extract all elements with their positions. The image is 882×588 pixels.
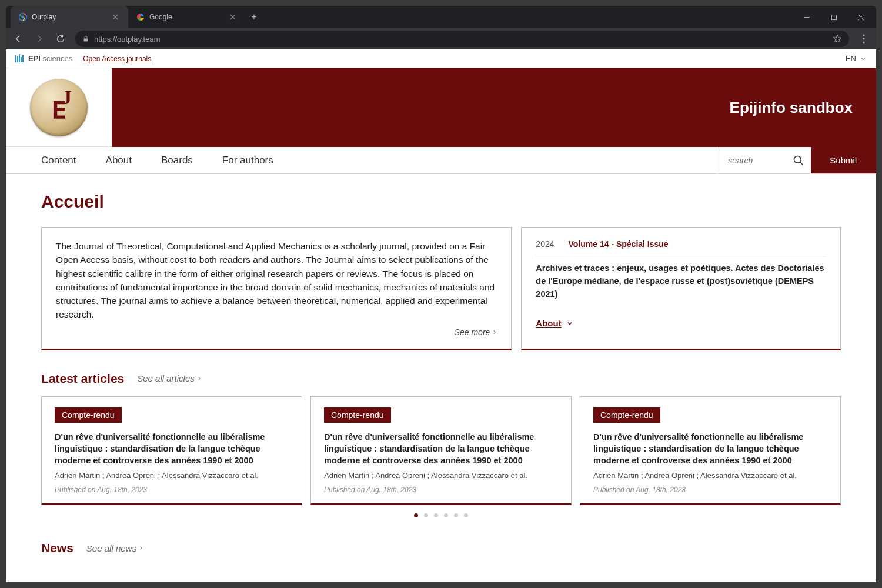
carousel-dot[interactable] xyxy=(444,513,448,517)
article-card[interactable]: Compte-rendu D'un rêve d'universalité fo… xyxy=(580,396,841,506)
tab-title: Google xyxy=(149,13,172,21)
chevron-right-icon xyxy=(139,545,143,551)
browser-tab[interactable]: Google xyxy=(128,6,246,28)
chevron-down-icon xyxy=(566,320,573,327)
episciences-logo[interactable]: EPI sciences xyxy=(15,54,72,64)
search-icon[interactable] xyxy=(793,155,804,166)
svg-rect-11 xyxy=(22,55,24,62)
address-bar[interactable]: https://outplay.team xyxy=(75,31,849,47)
article-date: Published on Aug. 18th, 2023 xyxy=(324,486,558,494)
svg-point-12 xyxy=(794,156,801,163)
article-tag: Compte-rendu xyxy=(55,407,122,423)
url-text: https://outplay.team xyxy=(94,35,828,44)
close-tab-icon[interactable] xyxy=(111,12,120,22)
see-more-link[interactable]: See more xyxy=(56,328,497,337)
article-authors: Adrien Martin ; Andrea Opreni ; Alessand… xyxy=(593,471,827,480)
journal-title: Epijinfo sandbox xyxy=(730,99,853,117)
svg-point-4 xyxy=(863,34,864,36)
carousel-dot[interactable] xyxy=(414,513,418,517)
see-all-news-link[interactable]: See all news xyxy=(86,543,143,553)
journal-description: The Journal of Theoretical, Computationa… xyxy=(56,239,497,322)
nav-about[interactable]: About xyxy=(106,155,132,166)
svg-point-6 xyxy=(863,41,864,43)
close-window-button[interactable] xyxy=(848,8,874,26)
forward-button[interactable] xyxy=(33,32,46,45)
article-card[interactable]: Compte-rendu D'un rêve d'universalité fo… xyxy=(41,396,302,506)
article-tag: Compte-rendu xyxy=(324,407,391,423)
bookmark-star-icon[interactable] xyxy=(833,34,842,44)
carousel-dots xyxy=(41,513,841,517)
article-authors: Adrien Martin ; Andrea Opreni ; Alessand… xyxy=(324,471,558,480)
article-title: D'un rêve d'universalité fonctionnelle a… xyxy=(593,431,827,467)
issue-year: 2024 xyxy=(536,239,554,249)
chrome-favicon-icon xyxy=(19,13,27,21)
article-date: Published on Aug. 18th, 2023 xyxy=(593,486,827,494)
minimize-button[interactable] xyxy=(794,8,820,26)
svg-rect-3 xyxy=(84,39,88,42)
article-title: D'un rêve d'universalité fonctionnelle a… xyxy=(55,431,289,467)
chevron-right-icon xyxy=(197,376,202,382)
svg-rect-2 xyxy=(831,15,836,19)
nav-content[interactable]: Content xyxy=(41,155,76,166)
page-title: Accueil xyxy=(41,192,841,212)
current-issue-box: 2024 Volume 14 - Spécial Issue Archives … xyxy=(521,227,841,350)
reload-button[interactable] xyxy=(54,32,67,45)
header-banner: ᴇJ Epijinfo sandbox xyxy=(6,68,876,147)
carousel-dot[interactable] xyxy=(464,513,468,517)
carousel-dot[interactable] xyxy=(434,513,438,517)
svg-rect-8 xyxy=(17,56,18,62)
search-area xyxy=(717,147,811,173)
nav-boards[interactable]: Boards xyxy=(161,155,193,166)
article-title: D'un rêve d'universalité fonctionnelle a… xyxy=(324,431,558,467)
close-tab-icon[interactable] xyxy=(228,12,238,22)
browser-tab-active[interactable]: Outplay xyxy=(11,6,128,28)
see-all-articles-link[interactable]: See all articles xyxy=(137,373,202,383)
nav-for-authors[interactable]: For authors xyxy=(222,155,273,166)
journal-logo-icon: ᴇJ xyxy=(30,79,88,136)
carousel-dot[interactable] xyxy=(424,513,428,517)
episciences-logo-icon xyxy=(15,54,25,64)
article-date: Published on Aug. 18th, 2023 xyxy=(55,486,289,494)
svg-rect-10 xyxy=(21,57,22,62)
search-input[interactable] xyxy=(728,156,775,165)
page-viewport: EPI sciences Open Access journals EN ᴇJ … xyxy=(6,49,876,582)
carousel-dot[interactable] xyxy=(454,513,458,517)
journal-description-box: The Journal of Theoretical, Computationa… xyxy=(41,227,512,350)
language-switcher[interactable]: EN xyxy=(846,54,867,63)
episciences-logo-text: EPI sciences xyxy=(28,54,72,63)
latest-articles-heading: Latest articles xyxy=(41,372,124,386)
chevron-down-icon xyxy=(860,55,867,62)
articles-carousel: Compte-rendu D'un rêve d'universalité fo… xyxy=(41,396,841,506)
article-tag: Compte-rendu xyxy=(593,407,660,423)
google-favicon-icon xyxy=(136,13,145,21)
svg-rect-7 xyxy=(15,55,16,62)
back-button[interactable] xyxy=(12,32,25,45)
publisher-topbar: EPI sciences Open Access journals EN xyxy=(6,49,876,68)
open-access-link[interactable]: Open Access journals xyxy=(83,55,151,63)
new-tab-button[interactable]: + xyxy=(246,6,262,28)
browser-chrome: Outplay Google + xyxy=(6,6,876,49)
svg-point-5 xyxy=(863,38,864,39)
chevron-right-icon xyxy=(492,329,497,335)
browser-menu-button[interactable] xyxy=(857,34,870,44)
lock-icon xyxy=(82,35,89,42)
tab-title: Outplay xyxy=(32,13,56,21)
issue-volume[interactable]: Volume 14 - Spécial Issue xyxy=(569,239,669,249)
svg-rect-9 xyxy=(19,54,20,62)
article-card[interactable]: Compte-rendu D'un rêve d'universalité fo… xyxy=(310,396,572,506)
main-nav: Content About Boards For authors Submit xyxy=(6,147,876,174)
maximize-button[interactable] xyxy=(821,8,847,26)
news-heading: News xyxy=(41,541,74,555)
issue-about-link[interactable]: About xyxy=(536,318,573,328)
language-code: EN xyxy=(846,54,856,63)
article-authors: Adrien Martin ; Andrea Opreni ; Alessand… xyxy=(55,471,289,480)
journal-logo-box[interactable]: ᴇJ xyxy=(6,68,112,147)
issue-title: Archives et traces : enjeux, usages et p… xyxy=(536,262,826,300)
submit-button[interactable]: Submit xyxy=(811,147,876,173)
